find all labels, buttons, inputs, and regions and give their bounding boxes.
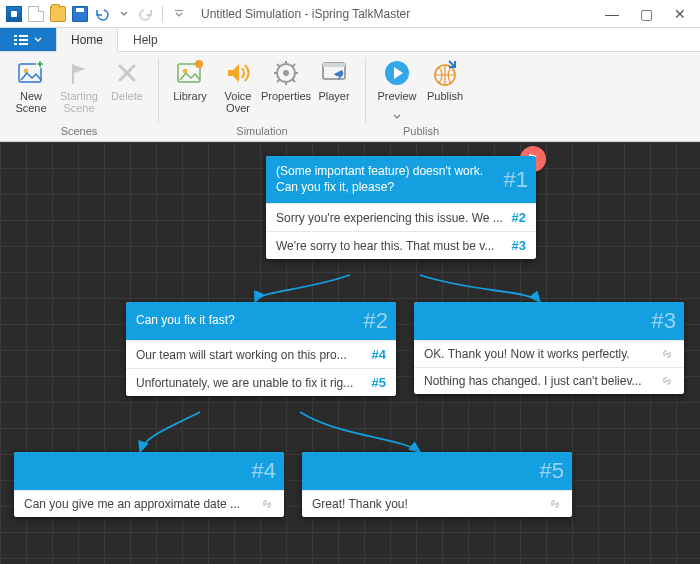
- new-document-icon[interactable]: [28, 6, 44, 22]
- starting-scene-icon: [64, 58, 94, 88]
- library-button[interactable]: Library: [167, 56, 213, 123]
- player-button[interactable]: Player: [311, 56, 357, 123]
- delete-icon: [112, 58, 142, 88]
- scene-question: Can you fix it fast? #2: [126, 302, 396, 340]
- voice-over-button[interactable]: Voice Over: [215, 56, 261, 123]
- svg-rect-3: [14, 39, 17, 41]
- group-simulation-label: Simulation: [167, 123, 357, 139]
- scene-question-text: (Some important feature) doesn't work. C…: [276, 164, 496, 195]
- new-scene-button[interactable]: New Scene: [8, 56, 54, 123]
- qat-separator: [162, 6, 163, 22]
- publish-button[interactable]: Publish: [422, 56, 468, 123]
- reply-link-tag: #5: [372, 375, 386, 390]
- svg-rect-1: [14, 35, 17, 37]
- tab-help[interactable]: Help: [118, 28, 173, 51]
- scene-reply[interactable]: Our team will start working on this pro.…: [126, 340, 396, 368]
- close-button[interactable]: ✕: [672, 6, 688, 22]
- undo-dropdown-icon[interactable]: [116, 6, 132, 22]
- reply-link-tag: #3: [512, 238, 526, 253]
- link-icon: [260, 497, 274, 511]
- scene-reply[interactable]: Unfortunately, we are unable to fix it r…: [126, 368, 396, 396]
- file-tab[interactable]: [0, 28, 56, 51]
- link-icon: [660, 347, 674, 361]
- scene-node-1[interactable]: (Some important feature) doesn't work. C…: [266, 156, 536, 259]
- player-label: Player: [318, 90, 349, 114]
- scene-question: (Some important feature) doesn't work. C…: [266, 156, 536, 203]
- group-publish: Preview Publish Publish: [370, 54, 472, 141]
- list-icon: [14, 34, 28, 46]
- svg-rect-10: [72, 64, 74, 84]
- voice-over-label: Voice Over: [217, 90, 259, 114]
- svg-rect-2: [19, 35, 28, 37]
- delete-button: Delete: [104, 56, 150, 123]
- canvas[interactable]: (Some important feature) doesn't work. C…: [0, 142, 700, 564]
- reply-text: Our team will start working on this pro.…: [136, 348, 372, 362]
- starting-scene-button: Starting Scene: [56, 56, 102, 123]
- reply-text: OK. Thank you! Now it works perfectly.: [424, 347, 660, 361]
- properties-icon: [271, 58, 301, 88]
- scene-question: #3: [414, 302, 684, 340]
- scene-reply[interactable]: OK. Thank you! Now it works perfectly.: [414, 340, 684, 367]
- scene-node-3[interactable]: #3 OK. Thank you! Now it works perfectly…: [414, 302, 684, 394]
- properties-label: Properties: [261, 90, 311, 114]
- player-icon: [319, 58, 349, 88]
- chevron-down-icon: [34, 36, 42, 44]
- scene-node-5[interactable]: #5 Great! Thank you!: [302, 452, 572, 517]
- svg-rect-6: [19, 43, 28, 45]
- scene-reply[interactable]: Sorry you're experiencing this issue. We…: [266, 203, 536, 231]
- svg-line-23: [277, 79, 280, 82]
- group-separator: [158, 58, 159, 123]
- voice-over-icon: [223, 58, 253, 88]
- scene-node-4[interactable]: #4 Can you give me an approximate date .…: [14, 452, 284, 517]
- svg-line-20: [277, 64, 280, 67]
- undo-icon[interactable]: [94, 6, 110, 22]
- tab-home[interactable]: Home: [56, 28, 118, 51]
- reply-text: Unfortunately, we are unable to fix it r…: [136, 376, 372, 390]
- properties-button[interactable]: Properties: [263, 56, 309, 123]
- scene-question: #4: [14, 452, 284, 490]
- new-scene-label: New Scene: [10, 90, 52, 114]
- reply-text: Nothing has changed. I just can't believ…: [424, 374, 660, 388]
- scene-question-text: Can you fix it fast?: [136, 313, 235, 329]
- maximize-button[interactable]: ▢: [638, 6, 654, 22]
- group-scenes-label: Scenes: [8, 123, 150, 139]
- ribbon-tabs: Home Help: [0, 28, 700, 52]
- scene-node-2[interactable]: Can you fix it fast? #2 Our team will st…: [126, 302, 396, 396]
- scene-number: #4: [252, 457, 276, 486]
- preview-label: Preview: [377, 90, 416, 114]
- delete-label: Delete: [111, 90, 143, 114]
- scene-reply[interactable]: Nothing has changed. I just can't believ…: [414, 367, 684, 394]
- library-icon: [175, 58, 205, 88]
- scene-reply[interactable]: Can you give me an approximate date ...: [14, 490, 284, 517]
- reply-text: Can you give me an approximate date ...: [24, 497, 260, 511]
- redo-icon[interactable]: [138, 6, 154, 22]
- reply-text: We're sorry to hear this. That must be v…: [276, 239, 512, 253]
- scene-reply[interactable]: We're sorry to hear this. That must be v…: [266, 231, 536, 259]
- scene-number: #2: [364, 307, 388, 336]
- window-title: Untitled Simulation - iSpring TalkMaster: [187, 7, 604, 21]
- new-scene-icon: [16, 58, 46, 88]
- svg-line-21: [292, 79, 295, 82]
- app-logo-icon: [6, 6, 22, 22]
- svg-rect-0: [175, 10, 183, 11]
- scene-question: #5: [302, 452, 572, 490]
- svg-line-22: [292, 64, 295, 67]
- reply-text: Great! Thank you!: [312, 497, 548, 511]
- link-icon: [660, 374, 674, 388]
- scene-reply[interactable]: Great! Thank you!: [302, 490, 572, 517]
- qat-customize-icon[interactable]: [171, 6, 187, 22]
- scene-number: #1: [504, 165, 528, 194]
- svg-rect-4: [19, 39, 28, 41]
- preview-icon: [382, 58, 412, 88]
- preview-button[interactable]: Preview: [374, 56, 420, 123]
- chevron-down-icon: [393, 114, 401, 120]
- open-icon[interactable]: [50, 6, 66, 22]
- titlebar: Untitled Simulation - iSpring TalkMaster…: [0, 0, 700, 28]
- starting-scene-label: Starting Scene: [58, 90, 100, 114]
- window-controls: — ▢ ✕: [604, 6, 694, 22]
- svg-rect-25: [323, 63, 345, 67]
- minimize-button[interactable]: —: [604, 6, 620, 22]
- reply-link-tag: #2: [512, 210, 526, 225]
- quick-access-toolbar: [6, 6, 187, 22]
- save-icon[interactable]: [72, 6, 88, 22]
